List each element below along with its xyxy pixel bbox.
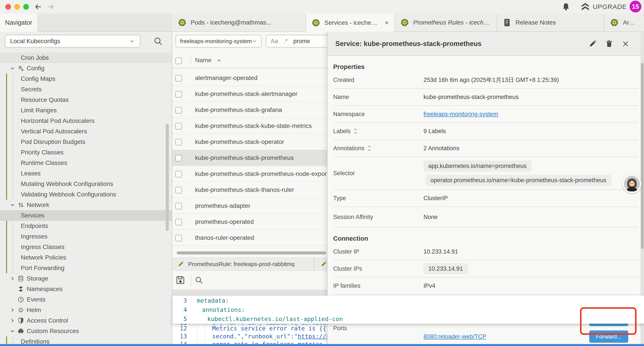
sidebar-item-ingress-classes[interactable]: Ingress Classes <box>0 242 172 252</box>
port-link[interactable]: 8080:reloader-web/TCP <box>424 333 486 340</box>
sort-icon[interactable] <box>354 128 357 134</box>
sidebar-item-label: Port Forwarding <box>21 265 64 272</box>
upgrade-icon[interactable] <box>581 2 590 11</box>
sidebar-item-access-control[interactable]: Access Control <box>0 315 172 326</box>
notifications-bell-icon[interactable] <box>562 2 570 11</box>
sidebar-item-services[interactable]: Services <box>0 210 172 221</box>
kubeconfig-selector-value: Local Kubeconfigs <box>10 38 60 45</box>
row-checkbox[interactable] <box>175 123 182 129</box>
window-title-bar: UPGRADE 15 <box>0 0 644 13</box>
maximize-window-button[interactable] <box>23 4 29 10</box>
sidebar-item-ingresses[interactable]: Ingresses <box>0 231 172 242</box>
service-name: alertmanager-operated <box>195 74 258 81</box>
sidebar-item-limit-ranges[interactable]: Limit Ranges <box>0 105 172 116</box>
sidebar-item-config-maps[interactable]: Config Maps <box>0 74 172 84</box>
sidebar-item-secrets[interactable]: Secrets <box>0 84 172 95</box>
forward-button[interactable]: Forward... <box>589 331 628 343</box>
namespace-selector[interactable]: freeleaps-monitoring-system <box>176 35 262 47</box>
sidebar-item-network-policies[interactable]: Network Policies <box>0 252 172 263</box>
upgrade-button[interactable]: UPGRADE <box>593 3 627 10</box>
sidebar-item-validating-webhook-configurations[interactable]: Validating Webhook Configurations <box>0 189 172 200</box>
name-column-header[interactable]: Name <box>195 57 212 64</box>
sidebar-item-definitions[interactable]: Definitions <box>0 336 172 344</box>
code-line: 5kubectl.kubernetes.io/last-applied-con <box>172 315 644 323</box>
namespace-link[interactable]: freeleaps-monitoring-system <box>424 111 498 117</box>
row-checkbox[interactable] <box>175 107 182 113</box>
sidebar-item-endpoints[interactable]: Endpoints <box>0 221 172 231</box>
close-window-button[interactable] <box>5 4 11 10</box>
pencilGreen-icon <box>320 261 327 267</box>
row-checkbox[interactable] <box>175 171 182 177</box>
row-checkbox[interactable] <box>175 155 182 161</box>
sidebar-item-port-forwarding[interactable]: Port Forwarding <box>0 263 172 273</box>
sidebar-item-namespaces[interactable]: Namespaces <box>0 284 172 294</box>
sidebar-item-network[interactable]: Network <box>0 200 172 210</box>
sidebar-item-cron-jobs[interactable]: Cron Jobs <box>0 52 172 63</box>
chevron-right-icon <box>10 318 15 324</box>
sidebar-item-label: Pod Disruption Budgets <box>21 138 85 145</box>
row-checkbox[interactable] <box>175 75 182 81</box>
sidebar-item-events[interactable]: Events <box>0 294 172 305</box>
delete-trash-icon[interactable] <box>606 40 613 48</box>
edit-pencil-icon[interactable] <box>589 40 597 48</box>
sidebar-item-resource-quotas[interactable]: Resource Quotas <box>0 95 172 105</box>
sidebar-item-pod-disruption-budgets[interactable]: Pod Disruption Budgets <box>0 137 172 147</box>
row-checkbox[interactable] <box>175 235 182 241</box>
code-text: kubectl.kubernetes.io/last-applied-con <box>207 316 343 322</box>
sidebar-item-config[interactable]: Config <box>0 63 172 74</box>
kubeconfig-selector[interactable]: Local Kubeconfigs <box>5 35 140 47</box>
service-name: kube-prometheus-stack-alertmanager <box>195 90 298 97</box>
close-icon[interactable] <box>622 40 630 48</box>
navigator-search-icon[interactable] <box>154 36 163 46</box>
detail-label: Name <box>333 94 349 100</box>
notification-count-badge[interactable]: 15 <box>630 1 641 12</box>
tab-services-icecheng-math[interactable]: Services - icecheng@math...× <box>306 13 395 32</box>
detail-panel-title: Service: kube-prometheus-stack-prometheu… <box>335 40 589 48</box>
service-name: kube-prometheus-stack-operator <box>195 138 284 145</box>
sidebar-item-vertical-pod-autoscalers[interactable]: Vertical Pod Autoscalers <box>0 126 172 137</box>
sort-icon[interactable] <box>368 145 371 152</box>
sidebar-item-leases[interactable]: Leases <box>0 168 172 179</box>
detail-label: Session Affinity <box>333 214 373 221</box>
sidebar-item-mutating-webhook-configurations[interactable]: Mutating Webhook Configurations <box>0 179 172 189</box>
sidebar-item-label: Leases <box>21 170 40 177</box>
editor-search-icon[interactable] <box>195 276 203 284</box>
save-icon[interactable] <box>176 276 185 285</box>
sidebar-item-helm[interactable]: Helm <box>0 305 172 315</box>
sidebar-item-runtime-classes[interactable]: Runtime Classes <box>0 158 172 168</box>
sidebar-item-label: Network <box>27 201 49 209</box>
regex-icon[interactable]: .* <box>284 38 288 45</box>
close-tab-icon[interactable]: × <box>385 19 389 26</box>
detail-row-cluster-ip: Cluster IP10.233.14.91 <box>333 243 638 260</box>
navigator-panel-tab[interactable]: Navigator <box>0 13 37 32</box>
tab-pods-icecheng-mathmas[interactable]: Pods - icecheng@mathmas... <box>172 13 306 31</box>
forward-arrow-icon[interactable] <box>47 3 55 11</box>
tab-argo-se[interactable]: Argo Se <box>604 13 644 31</box>
editor-tab-prometheusrule[interactable]: PrometheusRule: freeleaps-prod-rabbitmq <box>172 258 314 271</box>
match-case-icon[interactable]: Aa <box>271 38 278 45</box>
detail-scrollbar-thumb[interactable] <box>641 63 644 249</box>
sidebar-item-storage[interactable]: Storage <box>0 273 172 284</box>
row-checkbox[interactable] <box>175 139 182 145</box>
chevron-down-icon <box>10 328 15 334</box>
tab-prometheus-rules-icecheng[interactable]: Prometheus Rules - icecheng... <box>395 13 497 31</box>
back-arrow-icon[interactable] <box>34 3 42 11</box>
sidebar-item-priority-classes[interactable]: Priority Classes <box>0 147 172 158</box>
row-checkbox[interactable] <box>175 219 182 225</box>
code-line: 3metadata: <box>172 297 644 304</box>
row-checkbox[interactable] <box>175 203 182 209</box>
row-checkbox[interactable] <box>175 187 182 193</box>
sidebar-item-horizontal-pod-autoscalers[interactable]: Horizontal Pod Autoscalers <box>0 116 172 126</box>
minimize-window-button[interactable] <box>14 4 20 10</box>
select-all-checkbox[interactable] <box>175 58 182 64</box>
horizontal-scrollbar-thumb[interactable] <box>177 251 326 255</box>
sidebar-item-custom-resources[interactable]: Custom Resources <box>0 326 172 336</box>
sort-ascending-icon[interactable] <box>216 58 222 63</box>
assistant-avatar[interactable] <box>622 174 641 193</box>
sidebar-item-label: Definitions <box>21 338 50 344</box>
detail-row-session-affinity: Session AffinityNone <box>333 207 638 228</box>
row-checkbox[interactable] <box>175 91 182 97</box>
tab-release-notes[interactable]: Release Notes <box>497 13 604 31</box>
tree-scrollbar-thumb[interactable] <box>166 124 169 231</box>
clock-icon <box>18 296 24 303</box>
